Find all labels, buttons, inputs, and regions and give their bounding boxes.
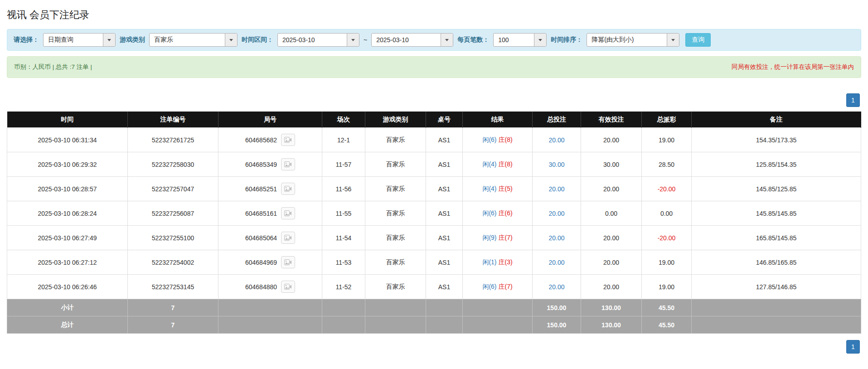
column-header: 有效投注 bbox=[581, 112, 642, 128]
chevron-down-icon bbox=[229, 39, 233, 41]
total-payout: 45.50 bbox=[642, 316, 692, 334]
cell-valid-bet: 20.00 bbox=[581, 275, 642, 299]
query-type-dropdown[interactable]: 日期查询 bbox=[43, 33, 116, 47]
date-from-value: 2025-03-10 bbox=[278, 34, 347, 46]
cell-valid-bet: 20.00 bbox=[581, 128, 642, 152]
empty-cell bbox=[426, 299, 463, 316]
result-banker: 庄(5) bbox=[499, 185, 513, 192]
cell-time: 2025-03-10 06:29:32 bbox=[7, 152, 128, 177]
cell-round: 604685349 bbox=[218, 152, 322, 177]
cell-game-type: 百家乐 bbox=[365, 152, 426, 177]
cell-bet-id: 522327256087 bbox=[128, 201, 218, 226]
game-type-caret-button[interactable] bbox=[225, 34, 237, 46]
total-bet-link[interactable]: 20.00 bbox=[548, 259, 564, 266]
date-to-picker[interactable]: 2025-03-10 bbox=[371, 33, 453, 47]
total-bet-link[interactable]: 20.00 bbox=[548, 283, 564, 291]
cell-game-type: 百家乐 bbox=[365, 226, 426, 250]
subtotal-count: 7 bbox=[128, 299, 218, 316]
round-replay-button[interactable] bbox=[281, 183, 295, 195]
cell-result: 闲(9)庄(7) bbox=[463, 226, 533, 250]
total-bet-link[interactable]: 30.00 bbox=[548, 161, 564, 168]
pagination-bottom: 1 bbox=[7, 340, 860, 354]
empty-cell bbox=[322, 316, 365, 334]
column-header: 备注 bbox=[692, 112, 861, 128]
total-label: 总计 bbox=[7, 316, 128, 334]
cell-table-number: AS1 bbox=[426, 275, 463, 299]
page-1-button[interactable]: 1 bbox=[846, 93, 860, 107]
result-banker: 庄(8) bbox=[499, 160, 513, 168]
cell-game-type: 百家乐 bbox=[365, 275, 426, 299]
cell-table-number: AS1 bbox=[426, 201, 463, 226]
cell-note: 165.85/145.85 bbox=[692, 226, 861, 250]
cell-session: 11-54 bbox=[322, 226, 365, 250]
search-button[interactable]: 查询 bbox=[685, 33, 711, 47]
column-header: 总投注 bbox=[533, 112, 581, 128]
empty-cell bbox=[365, 316, 426, 334]
round-number: 604685682 bbox=[245, 136, 277, 144]
cell-valid-bet: 30.00 bbox=[581, 152, 642, 177]
round-replay-button[interactable] bbox=[281, 281, 295, 293]
round-replay-button[interactable] bbox=[281, 134, 295, 146]
page-1-button[interactable]: 1 bbox=[846, 340, 860, 354]
total-bet-link[interactable]: 20.00 bbox=[548, 234, 564, 242]
replay-video-icon bbox=[284, 137, 292, 143]
round-replay-button[interactable] bbox=[281, 207, 295, 219]
cell-payout: -20.00 bbox=[642, 177, 692, 201]
round-replay-button[interactable] bbox=[281, 158, 295, 170]
result-player: 闲(6) bbox=[482, 283, 496, 290]
cell-game-type: 百家乐 bbox=[365, 250, 426, 275]
table-row: 2025-03-10 06:28:57522327257047604685251… bbox=[7, 177, 861, 201]
subtotal-payout: 45.50 bbox=[642, 299, 692, 316]
chevron-down-icon bbox=[671, 39, 675, 41]
cell-note: 146.85/165.85 bbox=[692, 250, 861, 275]
cell-total-bet: 20.00 bbox=[533, 128, 581, 152]
column-header: 桌号 bbox=[426, 112, 463, 128]
cell-note: 125.85/154.35 bbox=[692, 152, 861, 177]
replay-video-icon bbox=[284, 161, 292, 167]
game-type-label: 游戏类别 bbox=[120, 36, 145, 44]
cell-bet-id: 522327254002 bbox=[128, 250, 218, 275]
result-banker: 庄(3) bbox=[499, 258, 513, 266]
bet-records-table: 时间注单编号局号场次游戏类别桌号结果总投注有效投注总派彩备注 2025-03-1… bbox=[7, 112, 861, 334]
cell-valid-bet: 0.00 bbox=[581, 201, 642, 226]
cell-bet-id: 522327253145 bbox=[128, 275, 218, 299]
cell-note: 145.85/145.85 bbox=[692, 201, 861, 226]
column-header: 时间 bbox=[7, 112, 128, 128]
total-valid-bet: 130.00 bbox=[581, 316, 642, 334]
game-type-dropdown[interactable]: 百家乐 bbox=[149, 33, 238, 47]
sort-order-label: 时间排序： bbox=[551, 36, 582, 44]
result-banker: 庄(6) bbox=[499, 209, 513, 217]
cell-result: 闲(1)庄(3) bbox=[463, 250, 533, 275]
cell-bet-id: 522327258030 bbox=[128, 152, 218, 177]
total-total-bet: 150.00 bbox=[533, 316, 581, 334]
date-to-caret-button[interactable] bbox=[441, 34, 453, 46]
total-bet-link[interactable]: 20.00 bbox=[548, 136, 564, 144]
page-size-dropdown[interactable]: 100 bbox=[493, 33, 547, 47]
round-number: 604685349 bbox=[245, 161, 277, 168]
round-replay-button[interactable] bbox=[281, 256, 295, 268]
date-from-caret-button[interactable] bbox=[347, 34, 359, 46]
round-replay-button[interactable] bbox=[281, 232, 295, 244]
result-banker: 庄(7) bbox=[499, 234, 513, 241]
chevron-down-icon bbox=[351, 39, 355, 41]
replay-video-icon bbox=[284, 210, 292, 216]
total-bet-link[interactable]: 20.00 bbox=[548, 185, 564, 193]
date-from-picker[interactable]: 2025-03-10 bbox=[277, 33, 359, 47]
sort-order-value: 降冪(由大到小) bbox=[587, 34, 667, 46]
sort-order-dropdown[interactable]: 降冪(由大到小) bbox=[587, 33, 679, 47]
cell-time: 2025-03-10 06:27:49 bbox=[7, 226, 128, 250]
empty-cell bbox=[426, 316, 463, 334]
sort-order-caret-button[interactable] bbox=[667, 34, 679, 46]
empty-cell bbox=[218, 316, 322, 334]
subtotal-total-bet: 150.00 bbox=[533, 299, 581, 316]
cell-payout: 28.50 bbox=[642, 152, 692, 177]
cell-result: 闲(6)庄(6) bbox=[463, 201, 533, 226]
table-row: 2025-03-10 06:29:32522327258030604685349… bbox=[7, 152, 861, 177]
currency-total-text: 币别：人民币 | 总共 :7 注单 | bbox=[14, 63, 92, 71]
total-bet-link[interactable]: 20.00 bbox=[548, 210, 564, 217]
same-round-notice-text: 同局有效投注，统一计算在该局第一张注单内 bbox=[732, 63, 854, 71]
page: 视讯 会员下注纪录 请选择： 日期查询 游戏类别 百家乐 时间区间： 2025-… bbox=[0, 0, 868, 369]
query-type-caret-button[interactable] bbox=[103, 34, 115, 46]
page-size-caret-button[interactable] bbox=[534, 34, 546, 46]
subtotal-row: 小计7150.00130.0045.50 bbox=[7, 299, 861, 316]
